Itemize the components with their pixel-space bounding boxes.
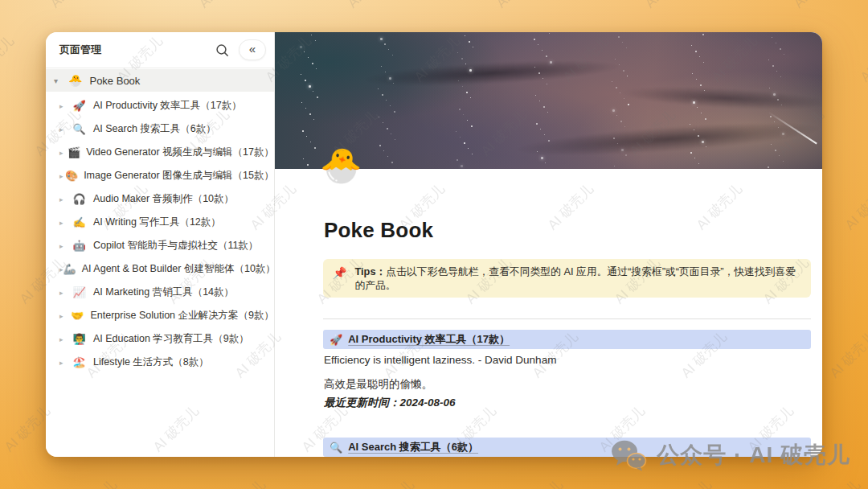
star [702,34,704,35]
wechat-stamp: 公众号 · AI 破壳儿 [610,439,850,471]
star [380,38,383,40]
star [546,55,547,57]
star [778,127,779,128]
watermark-text: AI 破壳儿 [215,476,269,489]
caret-right-icon[interactable]: ▸ [59,195,71,203]
sidebar-item-label: AI Marketing 营销工具（14款） [93,286,234,299]
caret-right-icon[interactable]: ▸ [59,289,71,297]
caret-down-icon[interactable]: ▾ [54,76,66,85]
sidebar-item-ai-marketing[interactable]: ▸📈AI Marketing 营销工具（14款） [46,281,274,304]
rocket-icon: 🚀 [330,334,342,346]
star [625,154,627,156]
star [390,105,391,106]
sidebar-item-lifestyle[interactable]: ▸🏖️Lifestyle 生活方式（8款） [46,351,274,374]
sidebar-item-audio-maker[interactable]: ▸🎧Audio Maker 音频制作（10款） [46,187,274,211]
star [768,166,769,168]
collapse-sidebar-button[interactable]: « [239,39,266,60]
star [776,43,776,43]
pushpin-icon: 📌 [333,266,346,279]
star [378,88,379,89]
sidebar-item-label: Copilot 智能助手与虚拟社交（11款） [93,239,258,253]
star [773,93,776,96]
star [460,137,461,138]
star [772,65,774,67]
sidebar-item-ai-education[interactable]: ▸👨‍🏫AI Education 学习教育工具（9款） [46,327,274,351]
quote-english: Efficiency is intelligent laziness. - Da… [324,354,556,366]
star [616,87,617,88]
caret-right-icon[interactable]: ▸ [59,219,71,227]
sidebar-item-ai-writing[interactable]: ▸✍️AI Writing 写作工具（12款） [46,211,274,234]
star [537,151,538,152]
star [614,166,615,166]
caret-right-icon[interactable]: ▸ [59,335,71,343]
star [309,85,311,88]
magnifier-icon: 🔍 [330,442,342,454]
sidebar-item-label: Lifestyle 生活方式（8款） [93,355,209,369]
caret-right-icon[interactable]: ▸ [59,312,70,320]
sidebar-item-label: Audio Maker 音频制作（10款） [93,192,234,206]
tips-text: Tips：点击以下彩色导航栏，查看不同类型的 AI 应用。通过“搜索框”或“页面… [354,265,801,292]
sidebar-item-copilot[interactable]: ▸🤖Copilot 智能助手与虚拟社交（11款） [46,234,274,257]
sidebar-item-label: AI Education 学习教育工具（9款） [93,332,249,346]
star [781,105,782,105]
star [316,68,317,69]
section-label[interactable]: AI Search 搜索工具（6款） [348,440,478,454]
section-bar-ai-productivity[interactable]: 🚀 AI Productivity 效率工具（17款） [323,330,811,349]
sidebar-item-enterprise-solution[interactable]: ▸🤝Enterprise Solution 企业解决方案（9款） [46,304,274,327]
star [461,165,463,167]
section-label[interactable]: AI Productivity 效率工具（17款） [348,332,510,347]
watermark-text: AI 破壳儿 [641,0,694,12]
caret-right-icon[interactable]: ▸ [59,242,71,250]
star [534,67,535,68]
star [386,100,387,101]
caret-right-icon[interactable]: ▸ [59,172,65,180]
star [547,112,548,113]
star [706,146,706,147]
star [780,48,781,50]
star [306,136,307,137]
star [541,157,543,159]
page-title: Poke Book [324,218,433,243]
star [534,39,535,40]
star [465,64,466,64]
watermark-text: AI 破壳儿 [856,32,868,86]
palette-icon: 🎨 [65,170,78,182]
caret-right-icon[interactable]: ▸ [59,125,71,134]
star [304,51,305,52]
star [384,43,386,45]
star [698,135,699,137]
watermark-text: AI 破壳儿 [825,328,868,382]
star [305,80,306,81]
star [692,73,693,74]
page-icon-chick[interactable]: 🐣 [320,149,362,183]
sidebar-item-poke-book[interactable]: ▾ 🐣 Poke Book [46,69,274,92]
star [622,42,623,43]
sidebar-item-ai-agent-builder[interactable]: ▸🦾AI Agent & Bot Builder 创建智能体（10款） [46,257,274,281]
star [698,163,699,164]
caret-right-icon[interactable]: ▸ [59,102,71,110]
search-icon[interactable] [215,43,229,57]
wechat-icon [610,439,647,471]
watermark-text: AI 破壳儿 [0,32,18,86]
watermark-text: AI 破壳儿 [841,180,868,234]
watermark-text: AI 破壳儿 [194,0,248,12]
star [768,60,769,60]
caret-right-icon[interactable]: ▸ [59,149,68,157]
sidebar-item-ai-productivity[interactable]: ▸🚀AI Productivity 效率工具（17款） [46,94,274,117]
sidebar-item-video-generator[interactable]: ▸🎬Video Generator 视频生成与编辑（17款） [46,141,274,164]
star [391,134,391,134]
nebula-dust [620,83,822,113]
star [620,121,622,122]
caret-right-icon[interactable]: ▸ [59,359,71,367]
sidebar-title: 页面管理 [59,43,215,57]
star [540,129,541,129]
star [705,118,706,120]
sidebar-item-ai-search[interactable]: ▸🔍AI Search 搜索工具（6款） [46,117,274,141]
star [388,49,389,50]
writing-hand-icon: ✍️ [71,216,88,228]
watermark-text: AI 破壳儿 [661,476,715,489]
sidebar-item-image-generator[interactable]: ▸🎨Image Generator 图像生成与编辑（15款） [46,164,274,187]
star [538,44,538,45]
star [457,52,458,53]
star [776,71,777,72]
